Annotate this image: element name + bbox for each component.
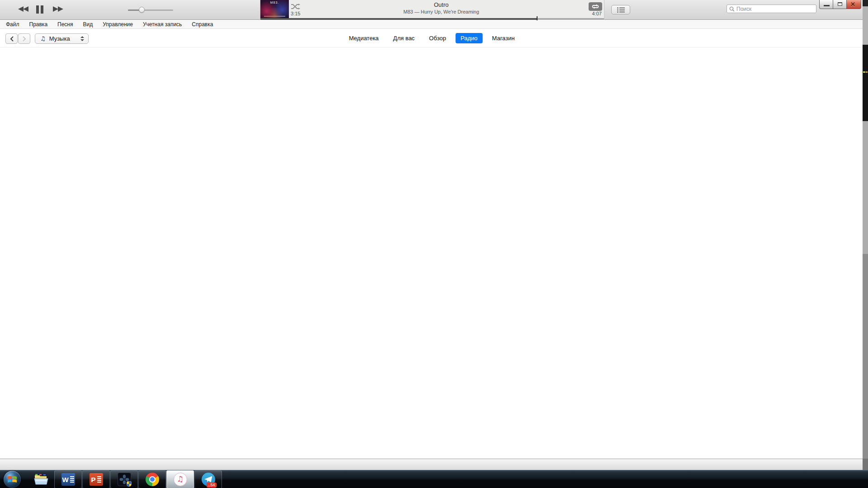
screen: M83. 3:15 Outro M83 — Hurry Up, We're Dr… [0, 0, 868, 488]
track-info: Outro M83 — Hurry Up, We're Dreaming [295, 0, 588, 14]
fast-forward-icon [52, 6, 63, 12]
album-art-text: M83. [260, 1, 289, 4]
window-footer-strip [0, 459, 863, 470]
up-next-list-icon [617, 7, 625, 13]
menu-controls[interactable]: Управление [98, 20, 138, 28]
picker-stepper-icon [80, 36, 84, 41]
menu-bar: Файл Правка Песня Вид Управление Учетная… [0, 20, 863, 29]
word-icon: W [61, 473, 75, 486]
minimize-icon [824, 5, 830, 6]
pause-icon [36, 5, 43, 14]
search-box[interactable] [726, 5, 816, 13]
taskbar-word[interactable]: W [54, 470, 82, 488]
progress-handle[interactable] [537, 16, 538, 20]
start-button[interactable] [4, 471, 21, 488]
menu-account[interactable]: Учетная запись [138, 20, 187, 28]
search-input[interactable] [736, 6, 809, 12]
repeat-icon [592, 4, 599, 9]
maximize-icon [838, 2, 842, 6]
content-area-empty [0, 47, 863, 459]
taskbar-itunes-active[interactable]: ♫ [166, 470, 194, 488]
volume-track [128, 9, 173, 11]
powerpoint-icon: P [90, 473, 103, 486]
taskbar-speedfan[interactable] [110, 470, 138, 488]
forward-chevron-icon [23, 36, 26, 42]
media-kind-picker[interactable]: ♫ Музыка [35, 33, 89, 44]
tab-for-you[interactable]: Для вас [388, 33, 420, 43]
menu-help[interactable]: Справка [187, 20, 218, 28]
tab-browse[interactable]: Обзор [424, 33, 451, 43]
progress-bar[interactable] [260, 18, 604, 20]
progress-fill [260, 18, 537, 20]
taskbar-chrome[interactable] [138, 470, 166, 488]
menu-edit[interactable]: Правка [24, 20, 53, 28]
music-note-icon: ♫ [40, 35, 46, 42]
window-controls: ✕ [820, 0, 861, 9]
close-icon: ✕ [850, 1, 855, 8]
navigation-bar: ♫ Музыка Медиатека Для вас Обзор Радио М… [0, 29, 863, 47]
menu-song[interactable]: Песня [52, 20, 78, 28]
windows-flag-icon [8, 475, 17, 483]
rewind-icon [18, 6, 29, 12]
minimize-button[interactable] [819, 0, 833, 9]
maximize-button[interactable] [833, 0, 847, 9]
tab-store[interactable]: Магазин [487, 33, 519, 43]
previous-track-button[interactable] [18, 6, 29, 12]
taskbar-telegram[interactable]: ..54 [194, 470, 222, 488]
media-picker-label: Музыка [49, 35, 80, 42]
store-tabs: Медиатека Для вас Обзор Радио Магазин [342, 33, 522, 43]
now-playing-display: M83. 3:15 Outro M83 — Hurry Up, We're Dr… [260, 0, 604, 20]
total-time: 4:07 [592, 11, 602, 16]
background-window-sliver [863, 0, 868, 470]
menu-file[interactable]: Файл [1, 20, 24, 28]
telegram-icon: ..54 [202, 473, 215, 486]
tab-radio[interactable]: Радио [456, 33, 483, 43]
repeat-button[interactable] [589, 2, 602, 11]
album-art-caption-line [264, 16, 285, 17]
next-track-button[interactable] [52, 6, 63, 12]
forward-button[interactable] [18, 33, 30, 44]
back-button[interactable] [5, 33, 18, 44]
volume-knob[interactable] [139, 7, 145, 13]
itunes-window: M83. 3:15 Outro M83 — Hurry Up, We're Dr… [0, 0, 863, 470]
fan-utility-icon [118, 473, 131, 486]
search-icon [729, 6, 735, 12]
player-bar: M83. 3:15 Outro M83 — Hurry Up, We're Dr… [0, 0, 863, 20]
taskbar-explorer[interactable] [27, 470, 55, 488]
up-next-button[interactable] [611, 5, 630, 14]
album-art: M83. [260, 0, 289, 18]
tab-library[interactable]: Медиатека [344, 33, 384, 43]
pause-button[interactable] [36, 5, 43, 14]
taskbar: W P [0, 470, 868, 488]
track-artist-album: M83 — Hurry Up, We're Dreaming [295, 9, 588, 14]
close-button[interactable]: ✕ [846, 0, 861, 9]
track-title: Outro [295, 1, 588, 8]
taskbar-powerpoint[interactable]: P [82, 470, 110, 488]
itunes-icon: ♫ [174, 473, 187, 486]
telegram-badge: ..54 [207, 483, 216, 488]
volume-slider[interactable] [128, 7, 173, 13]
chrome-icon [146, 473, 159, 486]
back-chevron-icon [10, 36, 14, 42]
explorer-folder-icon [34, 474, 48, 485]
menu-view[interactable]: Вид [78, 20, 98, 28]
uac-shield-icon [127, 481, 132, 487]
